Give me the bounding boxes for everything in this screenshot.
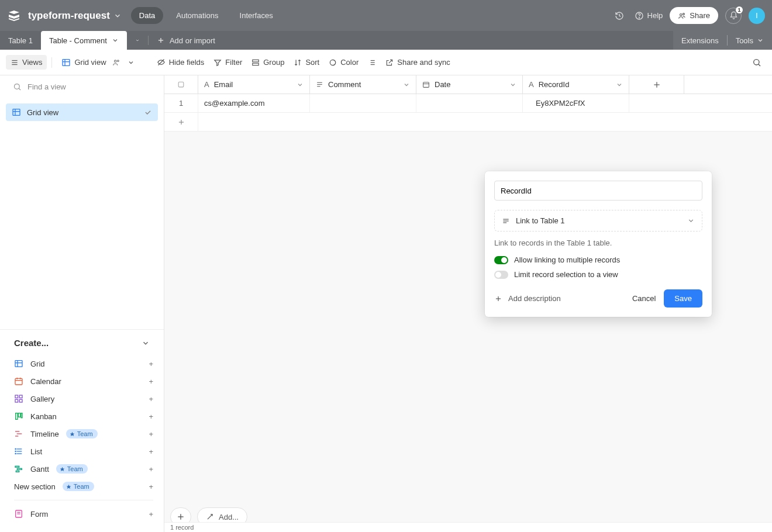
column-header-date[interactable]: Date: [416, 75, 523, 94]
add-or-import-button[interactable]: Add or import: [149, 31, 223, 50]
svg-rect-41: [15, 399, 18, 402]
share-button[interactable]: Share: [670, 7, 718, 24]
find-view-input[interactable]: Find a view: [0, 75, 164, 99]
cell-comment[interactable]: [310, 94, 416, 112]
svg-point-3: [683, 13, 685, 15]
svg-rect-43: [16, 413, 18, 420]
text-field-icon: A: [204, 80, 209, 89]
field-name-input[interactable]: [494, 181, 702, 201]
svg-point-1: [639, 17, 639, 18]
add-description-button[interactable]: Add description: [494, 294, 561, 303]
create-kanban[interactable]: Kanban +: [13, 407, 154, 425]
view-toolbar: Views Grid view Hide fields Filter Group…: [0, 50, 772, 75]
base-name[interactable]: typeform-request: [28, 10, 110, 22]
row-height-button[interactable]: [363, 56, 381, 70]
chevron-down-icon[interactable]: [297, 81, 304, 88]
nav-data[interactable]: Data: [131, 7, 163, 24]
color-button[interactable]: Color: [324, 55, 363, 70]
table-tab-more[interactable]: [127, 31, 148, 50]
base-name-chevron-icon[interactable]: [113, 12, 122, 20]
svg-point-27: [15, 84, 20, 89]
chevron-down-icon[interactable]: [616, 81, 623, 88]
create-section-header[interactable]: Create...: [0, 329, 164, 353]
filter-button[interactable]: Filter: [209, 55, 247, 70]
add-column-button[interactable]: [629, 75, 684, 94]
current-view-button[interactable]: Grid view: [57, 55, 139, 70]
column-header-recordid[interactable]: A RecordId: [523, 75, 629, 94]
grid-icon: [14, 359, 23, 368]
nav-automations[interactable]: Automations: [168, 7, 226, 24]
nav-interfaces[interactable]: Interfaces: [232, 7, 281, 24]
toggle-switch[interactable]: [494, 271, 508, 279]
link-icon: [502, 217, 510, 225]
tools-button[interactable]: Tools: [728, 36, 772, 45]
toggle-allow-multi[interactable]: Allow linking to multiple records: [494, 255, 702, 264]
cancel-button[interactable]: Cancel: [624, 289, 664, 308]
table-row[interactable]: 1 cs@example.com Ey8XPM2cFfX: [164, 94, 772, 113]
team-badge: Team: [56, 464, 88, 474]
grid-area: A Email Comment Date A RecordId: [164, 75, 772, 532]
grid-table: A Email Comment Date A RecordId: [164, 75, 772, 132]
history-icon[interactable]: [611, 8, 628, 24]
sort-button[interactable]: Sort: [289, 55, 324, 70]
plus-icon[interactable]: +: [149, 510, 153, 519]
create-gantt[interactable]: Gantt Team +: [13, 460, 154, 478]
help-button[interactable]: Help: [635, 11, 663, 20]
grid-header-row: A Email Comment Date A RecordId: [164, 75, 772, 94]
record-count: 1 record: [164, 522, 772, 532]
plus-icon[interactable]: +: [149, 377, 153, 386]
create-grid[interactable]: Grid +: [13, 355, 154, 372]
toggle-switch[interactable]: [494, 256, 508, 264]
select-all-checkbox[interactable]: [164, 75, 198, 94]
main: Find a view Grid view Create... Grid + C…: [0, 75, 772, 532]
save-button[interactable]: Save: [664, 289, 702, 308]
view-item-grid-view[interactable]: Grid view: [6, 103, 158, 121]
search-icon: [13, 82, 22, 91]
svg-rect-17: [253, 63, 259, 65]
chevron-down-icon[interactable]: [112, 37, 119, 44]
table-tab-comment[interactable]: Table - Comment: [41, 31, 127, 50]
svg-rect-32: [15, 361, 22, 367]
notifications-button[interactable]: 1: [725, 8, 742, 24]
cell-email[interactable]: cs@example.com: [198, 94, 310, 112]
extensions-button[interactable]: Extensions: [673, 36, 727, 45]
chevron-down-icon[interactable]: [127, 59, 135, 66]
avatar[interactable]: I: [749, 8, 765, 24]
create-new-section[interactable]: New section Team +: [13, 478, 154, 495]
svg-point-13: [117, 60, 119, 61]
svg-rect-42: [19, 399, 22, 402]
cell-recordid[interactable]: Ey8XPM2cFfX: [523, 94, 629, 112]
search-button[interactable]: [747, 55, 766, 70]
share-sync-button[interactable]: Share and sync: [381, 55, 454, 70]
create-gallery[interactable]: Gallery +: [13, 390, 154, 407]
top-bar: typeform-request Data Automations Interf…: [0, 0, 772, 31]
plus-icon[interactable]: +: [149, 447, 153, 456]
plus-icon[interactable]: +: [149, 465, 153, 474]
group-button[interactable]: Group: [247, 55, 289, 70]
column-header-comment[interactable]: Comment: [310, 75, 416, 94]
plus-icon[interactable]: +: [149, 482, 153, 491]
field-type-select[interactable]: Link to Table 1: [494, 210, 702, 232]
svg-line-26: [759, 64, 760, 65]
plus-icon[interactable]: +: [149, 360, 153, 368]
chevron-down-icon[interactable]: [509, 81, 516, 88]
hide-fields-button[interactable]: Hide fields: [152, 55, 209, 70]
create-list[interactable]: List +: [13, 443, 154, 460]
create-form[interactable]: Form +: [13, 505, 154, 523]
toggle-limit-view[interactable]: Limit record selection to a view: [494, 270, 702, 279]
plus-icon[interactable]: +: [149, 412, 153, 421]
svg-point-53: [15, 448, 16, 449]
create-calendar[interactable]: Calendar +: [13, 372, 154, 390]
grid-icon: [61, 58, 71, 67]
plus-icon[interactable]: +: [149, 395, 153, 403]
chevron-down-icon[interactable]: [403, 81, 410, 88]
column-header-email[interactable]: A Email: [198, 75, 310, 94]
create-timeline[interactable]: Timeline Team +: [13, 425, 154, 443]
cell-date[interactable]: [416, 94, 523, 112]
table-tab-table1[interactable]: Table 1: [0, 31, 41, 50]
add-row[interactable]: [164, 113, 772, 132]
plus-icon[interactable]: +: [149, 430, 153, 438]
plus-icon: [494, 295, 502, 303]
gantt-icon: [14, 464, 23, 474]
views-button[interactable]: Views: [6, 55, 47, 70]
